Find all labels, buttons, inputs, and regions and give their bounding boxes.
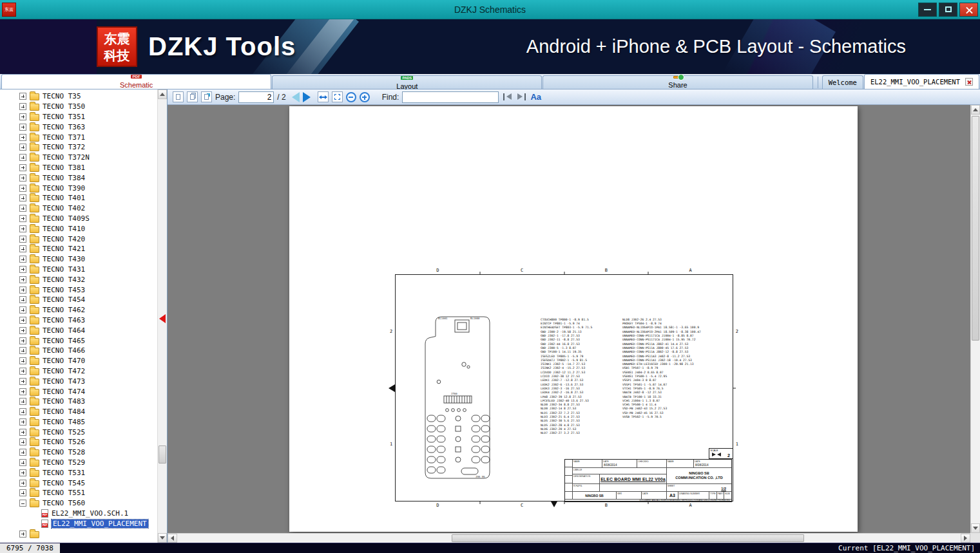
tree-scrollbar[interactable] (157, 89, 167, 543)
facing-pages-icon[interactable] (187, 91, 198, 102)
expand-plus-icon[interactable] (19, 93, 26, 100)
zoom-out-icon[interactable] (346, 92, 356, 102)
expand-plus-icon[interactable] (19, 124, 26, 131)
tree-folder-row[interactable]: TECNO T472 (0, 366, 157, 377)
tree-folder-row[interactable]: TECNO T529 (0, 458, 157, 468)
tree-folder-row[interactable]: TECNO T485 (0, 417, 157, 427)
page-input[interactable] (238, 91, 274, 103)
expand-plus-icon[interactable] (19, 215, 26, 222)
tree-folder-row[interactable]: TECNO T470 (0, 356, 157, 366)
fit-width-icon[interactable] (318, 91, 329, 102)
tree-scroll-up-icon[interactable] (158, 89, 167, 99)
close-button[interactable] (959, 3, 978, 17)
viewer-vscroll-thumb[interactable] (972, 116, 979, 341)
expand-plus-icon[interactable] (19, 337, 26, 344)
tree-folder-row[interactable]: TECNO T462 (0, 305, 157, 315)
tree-folder-row[interactable]: TECNO T372N (0, 153, 157, 163)
expand-plus-icon[interactable] (19, 194, 26, 202)
expand-plus-icon[interactable] (19, 317, 26, 324)
close-tab-icon[interactable] (965, 78, 973, 86)
expand-plus-icon[interactable] (19, 378, 26, 385)
viewer-scroll-up-icon[interactable] (971, 105, 980, 115)
tree-folder-row[interactable]: TECNO T351 (0, 112, 157, 122)
tree-folder-row[interactable]: TECNO T371 (0, 132, 157, 142)
expand-plus-icon[interactable] (19, 154, 26, 161)
viewer-vertical-scrollbar[interactable] (970, 105, 980, 533)
viewer-hscroll-track[interactable] (177, 534, 961, 543)
viewer-scroll-right-icon[interactable] (961, 534, 970, 543)
find-input[interactable] (402, 91, 499, 103)
expand-plus-icon[interactable] (19, 438, 26, 445)
minimize-button[interactable] (918, 3, 937, 17)
expand-plus-icon[interactable] (19, 205, 26, 212)
tree-folder-row[interactable]: TECNO T474 (0, 386, 157, 397)
expand-plus-icon[interactable] (19, 245, 26, 252)
tree-scroll-track[interactable] (158, 99, 167, 533)
tree-folder-row[interactable]: TECNO T465 (0, 335, 157, 346)
expand-plus-icon[interactable] (19, 144, 26, 151)
tree-folder-row[interactable]: TECNO T432 (0, 274, 157, 285)
expand-plus-icon[interactable] (19, 388, 26, 395)
viewer-horizontal-scrollbar[interactable] (168, 533, 970, 543)
tree-folder-row[interactable]: TECNO T484 (0, 407, 157, 417)
expand-plus-icon[interactable] (19, 236, 26, 243)
find-previous-icon[interactable] (502, 92, 513, 102)
tree-folder-row[interactable]: TECNO T363 (0, 122, 157, 132)
find-next-icon[interactable] (516, 92, 527, 102)
expand-plus-icon[interactable] (19, 103, 26, 110)
tab-schematic[interactable]: PDF Schematic (1, 74, 271, 89)
tree-folder-row[interactable]: TECNO T409S (0, 214, 157, 224)
expand-plus-icon[interactable] (19, 174, 26, 182)
tab-layout[interactable]: PADS Layout (272, 75, 542, 89)
expand-plus-icon[interactable] (19, 418, 26, 426)
expand-plus-icon[interactable] (19, 276, 26, 283)
tree-folder-row[interactable]: TECNO T390 (0, 183, 157, 193)
tree-folder-row[interactable]: TECNO T454 (0, 295, 157, 305)
viewer-vscroll-track[interactable] (971, 115, 980, 523)
expand-plus-icon[interactable] (19, 113, 26, 120)
expand-plus-icon[interactable] (19, 164, 26, 171)
pdf-viewer[interactable]: D C B A D C B A 2 1 2 1 (168, 105, 980, 543)
tree-folder-row[interactable]: TECNO T463 (0, 315, 157, 326)
tree-scroll-down-icon[interactable] (158, 533, 167, 543)
tab-el22-placement[interactable]: EL22_MMI_VOO_PLACEMENT (864, 74, 979, 89)
viewer-hscroll-thumb[interactable] (452, 534, 804, 542)
tree-folder-row[interactable]: TECNO T421 (0, 244, 157, 254)
tree-folder-row[interactable]: TECNO T410 (0, 223, 157, 234)
snapshot-icon[interactable] (201, 91, 212, 102)
schematic-tree[interactable]: TECNO T35 TECNO T350 TECNO T351 (0, 89, 157, 543)
tree-folder-row[interactable]: TECNO T430 (0, 254, 157, 265)
viewer-scroll-down-icon[interactable] (971, 523, 980, 533)
tree-file-row[interactable]: PDF EL22_MMI_VOO.SCH.1 (0, 509, 157, 519)
collapse-minus-icon[interactable] (19, 500, 26, 507)
zoom-in-icon[interactable] (360, 92, 370, 102)
expand-plus-icon[interactable] (19, 429, 26, 436)
expand-plus-icon[interactable] (19, 459, 26, 466)
tree-folder-row[interactable]: TECNO T466 (0, 346, 157, 356)
next-page-icon[interactable] (303, 92, 311, 102)
tree-folder-row[interactable]: TECNO T526 (0, 437, 157, 447)
expand-plus-icon[interactable] (19, 286, 26, 294)
expand-plus-icon[interactable] (19, 398, 26, 405)
maximize-button[interactable] (939, 3, 957, 17)
tree-folder-row-partial[interactable] (0, 529, 157, 539)
expand-plus-icon[interactable] (19, 357, 26, 364)
tree-folder-row-expanded[interactable]: TECNO T560 (0, 498, 157, 509)
tree-folder-row[interactable]: TECNO T401 (0, 193, 157, 203)
tree-folder-row[interactable]: TECNO T525 (0, 427, 157, 437)
tree-folder-row[interactable]: TECNO T350 (0, 102, 157, 112)
tab-welcome[interactable]: Welcome (822, 75, 863, 89)
tree-folder-row[interactable]: TECNO T381 (0, 163, 157, 173)
tree-folder-row[interactable]: TECNO T531 (0, 467, 157, 478)
viewer-scroll-left-icon[interactable] (168, 534, 177, 543)
expand-plus-icon[interactable] (19, 347, 26, 354)
tree-folder-row[interactable]: TECNO T551 (0, 488, 157, 498)
expand-plus-icon[interactable] (19, 327, 26, 334)
tab-share[interactable]: Share (543, 75, 812, 89)
expand-plus-icon[interactable] (19, 480, 26, 487)
expand-plus-icon[interactable] (19, 266, 26, 273)
expand-plus-icon[interactable] (19, 185, 26, 192)
text-size-icon[interactable]: Aa (530, 92, 541, 102)
tree-folder-row[interactable]: TECNO T464 (0, 325, 157, 335)
tree-folder-row[interactable]: TECNO T453 (0, 285, 157, 295)
